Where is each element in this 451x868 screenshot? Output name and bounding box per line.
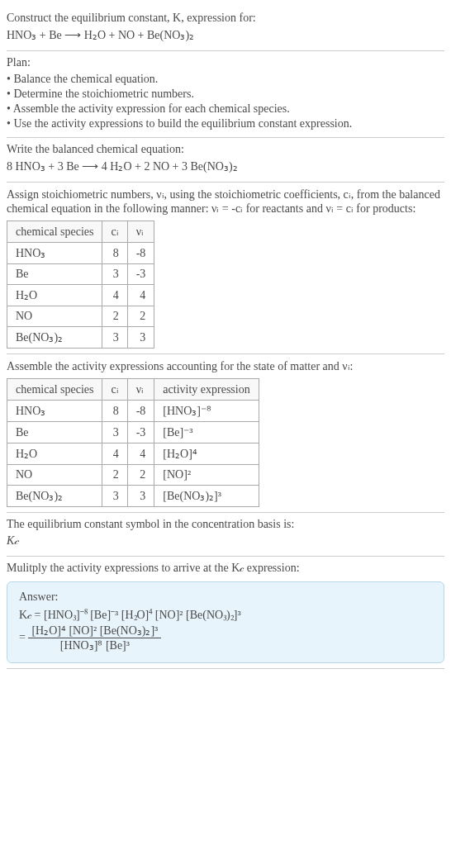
balanced-equation: 8 HNO₃ + 3 Be ⟶ 4 H₂O + 2 NO + 3 Be(NO₃)… [7, 159, 444, 173]
kc-symbol: K𝒸 [7, 534, 18, 547]
answer-label: Answer: [19, 591, 432, 604]
intro-line: Construct the equilibrium constant, K, e… [7, 12, 444, 25]
balanced-line: Write the balanced chemical equation: [7, 143, 444, 156]
table-row: Be 3 -3 [7, 264, 154, 285]
plan-item: • Determine the stoichiometric numbers. [7, 88, 444, 101]
cell-vi: 2 [127, 465, 154, 486]
answer-line1: K𝒸 = [HNO₃]⁻⁸ [Be]⁻³ [H₂O]⁴ [NO]² [Be(NO… [19, 609, 432, 622]
fraction-numerator: [H₂O]⁴ [NO]² [Be(NO₃)₂]³ [28, 624, 161, 638]
cell-ci: 8 [102, 401, 127, 422]
balanced-section: Write the balanced chemical equation: 8 … [7, 138, 444, 183]
cell-vi: 4 [127, 285, 154, 306]
cell-species: Be(NO₃)₂ [7, 327, 102, 349]
activity-table: chemical species cᵢ νᵢ activity expressi… [7, 378, 259, 507]
cell-vi: -3 [127, 422, 154, 443]
table-row: Be 3 -3 [Be]⁻³ [7, 422, 259, 443]
col-species: chemical species [7, 221, 102, 243]
cell-species: H₂O [7, 443, 102, 465]
fraction-denominator: [HNO₃]⁸ [Be]³ [28, 638, 161, 652]
symbol-value: K𝒸 [7, 534, 444, 548]
table-row: Be(NO₃)₂ 3 3 [Be(NO₃)₂]³ [7, 486, 259, 507]
col-ci: cᵢ [102, 221, 127, 243]
cell-vi: -3 [127, 264, 154, 285]
cell-species: H₂O [7, 285, 102, 306]
intro-equation: HNO₃ + Be ⟶ H₂O + NO + Be(NO₃)₂ [7, 28, 444, 42]
answer-line2: = [H₂O]⁴ [NO]² [Be(NO₃)₂]³ [HNO₃]⁸ [Be]³ [19, 624, 432, 652]
cell-ci: 4 [102, 285, 127, 306]
table-row: HNO₃ 8 -8 [HNO₃]⁻⁸ [7, 401, 259, 422]
table-row: H₂O 4 4 [7, 285, 154, 306]
cell-ci: 2 [102, 465, 127, 486]
cell-activity: [HNO₃]⁻⁸ [154, 401, 259, 422]
cell-activity: [H₂O]⁴ [154, 443, 259, 465]
activity-section: Assemble the activity expressions accoun… [7, 354, 444, 513]
col-activity: activity expression [154, 379, 259, 401]
symbol-line: The equilibrium constant symbol in the c… [7, 518, 444, 531]
cell-vi: -8 [127, 243, 154, 264]
answer-box: Answer: K𝒸 = [HNO₃]⁻⁸ [Be]⁻³ [H₂O]⁴ [NO]… [7, 581, 444, 663]
plan-list: • Balance the chemical equation. • Deter… [7, 73, 444, 130]
multiply-section: Mulitply the activity expressions to arr… [7, 557, 444, 669]
cell-vi: 2 [127, 306, 154, 327]
table-header-row: chemical species cᵢ νᵢ [7, 221, 154, 243]
table-row: HNO₃ 8 -8 [7, 243, 154, 264]
cell-species: Be [7, 264, 102, 285]
symbol-section: The equilibrium constant symbol in the c… [7, 513, 444, 557]
table-row: NO 2 2 [NO]² [7, 465, 259, 486]
cell-activity: [Be]⁻³ [154, 422, 259, 443]
table-row: NO 2 2 [7, 306, 154, 327]
cell-species: Be(NO₃)₂ [7, 486, 102, 507]
cell-species: NO [7, 306, 102, 327]
intro-section: Construct the equilibrium constant, K, e… [7, 7, 444, 51]
stoich-table: chemical species cᵢ νᵢ HNO₃ 8 -8 Be 3 -3… [7, 221, 154, 349]
table-header-row: chemical species cᵢ νᵢ activity expressi… [7, 379, 259, 401]
col-vi: νᵢ [127, 221, 154, 243]
table-row: Be(NO₃)₂ 3 3 [7, 327, 154, 349]
stoich-text: Assign stoichiometric numbers, νᵢ, using… [7, 187, 444, 216]
fraction: [H₂O]⁴ [NO]² [Be(NO₃)₂]³ [HNO₃]⁸ [Be]³ [28, 624, 161, 652]
col-vi: νᵢ [127, 379, 154, 401]
cell-ci: 3 [102, 486, 127, 507]
plan-section: Plan: • Balance the chemical equation. •… [7, 51, 444, 138]
cell-activity: [Be(NO₃)₂]³ [154, 486, 259, 507]
plan-item: • Balance the chemical equation. [7, 73, 444, 86]
plan-title: Plan: [7, 56, 444, 69]
multiply-text: Mulitply the activity expressions to arr… [7, 562, 444, 575]
cell-ci: 3 [102, 327, 127, 349]
stoich-section: Assign stoichiometric numbers, νᵢ, using… [7, 183, 444, 354]
cell-species: HNO₃ [7, 401, 102, 422]
cell-ci: 3 [102, 264, 127, 285]
cell-species: Be [7, 422, 102, 443]
col-ci: cᵢ [102, 379, 127, 401]
equals-sign: = [19, 631, 26, 643]
table-row: H₂O 4 4 [H₂O]⁴ [7, 443, 259, 465]
cell-ci: 3 [102, 422, 127, 443]
cell-vi: 3 [127, 327, 154, 349]
col-species: chemical species [7, 379, 102, 401]
cell-ci: 2 [102, 306, 127, 327]
cell-vi: 3 [127, 486, 154, 507]
cell-species: NO [7, 465, 102, 486]
cell-activity: [NO]² [154, 465, 259, 486]
cell-species: HNO₃ [7, 243, 102, 264]
plan-item: • Use the activity expressions to build … [7, 117, 444, 130]
cell-vi: 4 [127, 443, 154, 465]
cell-ci: 8 [102, 243, 127, 264]
activity-text: Assemble the activity expressions accoun… [7, 359, 444, 373]
cell-vi: -8 [127, 401, 154, 422]
cell-ci: 4 [102, 443, 127, 465]
plan-item: • Assemble the activity expression for e… [7, 102, 444, 116]
